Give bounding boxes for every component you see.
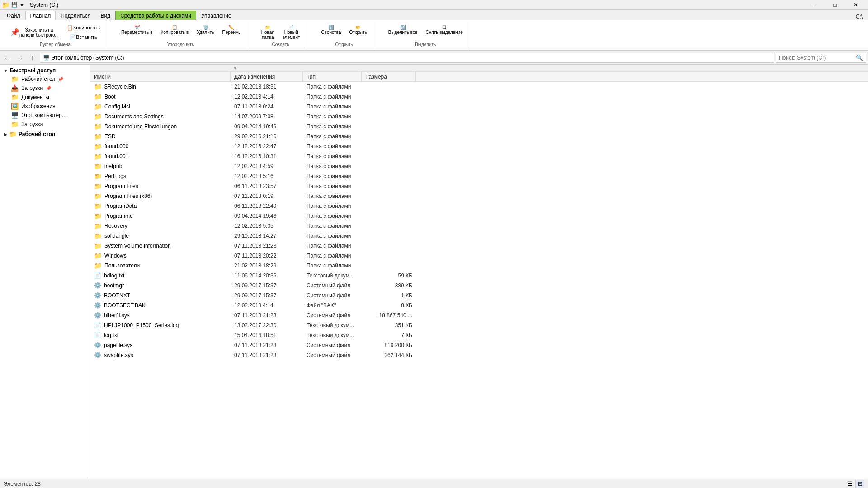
folder-downloads-icon: 📥 bbox=[11, 84, 19, 92]
file-name-cell: 📁 Config.Msi bbox=[90, 103, 231, 110]
file-size-cell: 59 КБ bbox=[362, 272, 416, 279]
new-item-button[interactable]: 📄Новыйэлемент bbox=[279, 23, 303, 41]
folder-icon: 📁 bbox=[94, 153, 102, 160]
minimize-button[interactable]: − bbox=[804, 0, 825, 10]
tab-manage2[interactable]: Управление bbox=[196, 11, 236, 20]
table-row[interactable]: 📁 ESD 29.02.2016 21:16 Папка с файлами bbox=[90, 131, 868, 141]
select-none-button[interactable]: ☐Снять выделение bbox=[422, 23, 466, 36]
file-name-cell: ⚙️ BOOTNXT bbox=[90, 292, 231, 299]
table-row[interactable]: 📁 ProgramData 06.11.2018 22:49 Папка с ф… bbox=[90, 201, 868, 211]
sidebar-item-desktop-label: Рабочий стол bbox=[21, 76, 55, 82]
col-header-date[interactable]: Дата изменения bbox=[231, 72, 303, 81]
file-name-cell: ⚙️ bootmgr bbox=[90, 282, 231, 289]
sidebar-item-desktop[interactable]: 📁 Рабочий стол 📌 bbox=[0, 75, 90, 84]
sidebar-item-documents[interactable]: 📁 Документы bbox=[0, 93, 90, 102]
select-all-button[interactable]: ☑️Выделить все bbox=[385, 23, 421, 36]
sidebar-item-images[interactable]: 🖼️ Изображения bbox=[0, 102, 90, 111]
file-type-cell: Файл "BAK" bbox=[303, 302, 362, 309]
ribbon-group-select-label: Выделить bbox=[415, 42, 436, 47]
table-row[interactable]: ⚙️ hiberfil.sys 07.11.2018 21:23 Системн… bbox=[90, 310, 868, 320]
file-name: BOOTSECT.BAK bbox=[104, 302, 146, 309]
table-row[interactable]: ⚙️ pagefile.sys 07.11.2018 21:23 Системн… bbox=[90, 340, 868, 350]
up-button[interactable]: ↑ bbox=[27, 52, 38, 63]
sidebar-quickaccess-header[interactable]: ▼ Быстрый доступ bbox=[0, 66, 90, 75]
table-row[interactable]: 📁 Program Files 06.11.2018 23:57 Папка с… bbox=[90, 181, 868, 191]
file-sys-icon: ⚙️ bbox=[94, 342, 101, 348]
file-name: log.txt bbox=[104, 332, 118, 338]
ribbon-group-open-label: Открыть bbox=[335, 42, 353, 47]
table-row[interactable]: 📄 bdlog.txt 11.06.2014 20:36 Текстовый д… bbox=[90, 271, 868, 281]
sidebar-item-computer[interactable]: 🖥️ Этот компьютер... bbox=[0, 111, 90, 120]
list-view-button[interactable]: ⊟ bbox=[855, 480, 864, 488]
tab-file[interactable]: Файл bbox=[2, 11, 25, 20]
properties-button[interactable]: ℹ️Свойства bbox=[318, 23, 344, 36]
search-input[interactable] bbox=[779, 55, 856, 61]
table-row[interactable]: 📁 Recovery 12.02.2018 5:35 Папка с файла… bbox=[90, 221, 868, 231]
details-view-button[interactable]: ☰ bbox=[845, 480, 854, 488]
file-name: HPLJP1000_P1500_Series.log bbox=[104, 322, 179, 328]
tab-manage[interactable]: Средства работы с дисками bbox=[115, 11, 196, 20]
table-row[interactable]: 📁 Пользователи 21.02.2018 18:29 Папка с … bbox=[90, 261, 868, 271]
paste-button[interactable]: 📄 Вставить bbox=[64, 33, 103, 42]
file-name-cell: 📁 ESD bbox=[90, 133, 231, 140]
table-row[interactable]: 📁 System Volume Information 07.11.2018 2… bbox=[90, 241, 868, 251]
ribbon-clipboard-buttons: 📌 Закрепить напанели быстрого... 📋 Копир… bbox=[7, 23, 103, 42]
maximize-button[interactable]: □ bbox=[825, 0, 845, 10]
path-computer[interactable]: 🖥️ Этот компьютер bbox=[43, 55, 92, 61]
sidebar-item-downloads[interactable]: 📥 Загрузки 📌 bbox=[0, 84, 90, 93]
sidebar-item-downloads2[interactable]: 📁 Загрузка bbox=[0, 120, 90, 129]
file-name-cell: 📁 Windows bbox=[90, 252, 231, 259]
delete-button[interactable]: 🗑️Удалить bbox=[193, 23, 217, 36]
col-header-size[interactable]: Размера bbox=[362, 72, 416, 81]
sidebar-desktop-header[interactable]: ▶ 📁 Рабочий стол bbox=[0, 130, 90, 139]
file-type-cell: Папка с файлами bbox=[303, 263, 362, 269]
table-row[interactable]: 📁 inetpub 12.02.2018 4:59 Папка с файлам… bbox=[90, 161, 868, 171]
folder-icon: 📁 bbox=[94, 232, 102, 239]
address-path[interactable]: 🖥️ Этот компьютер › System (C:) bbox=[40, 53, 774, 63]
table-row[interactable]: ⚙️ BOOTNXT 29.09.2017 15:37 Системный фа… bbox=[90, 291, 868, 300]
ribbon-group-select: ☑️Выделить все ☐Снять выделение Выделить bbox=[382, 22, 470, 49]
tab-home[interactable]: Главная bbox=[25, 11, 56, 20]
path-drive[interactable]: System (C:) bbox=[95, 55, 124, 61]
col-header-type[interactable]: Тип bbox=[303, 72, 362, 81]
open-button[interactable]: 📂Открыть bbox=[346, 23, 370, 36]
chevron-down-icon: ▼ bbox=[4, 68, 8, 73]
file-name-cell: 📁 Documents and Settings bbox=[90, 113, 231, 120]
move-button[interactable]: ✂️Переместить в bbox=[118, 23, 156, 36]
file-name: solidangle bbox=[104, 233, 129, 239]
table-row[interactable]: 📁 Documents and Settings 14.07.2009 7:08… bbox=[90, 112, 868, 122]
table-row[interactable]: ⚙️ swapfile.sys 07.11.2018 21:23 Системн… bbox=[90, 350, 868, 360]
copy-button[interactable]: 📋 Копировать bbox=[64, 23, 103, 32]
file-name-cell: 📁 Program Files bbox=[90, 183, 231, 190]
copy-to-button[interactable]: 📋Копировать в bbox=[157, 23, 192, 36]
table-row[interactable]: 📁 Windows 07.11.2018 20:22 Папка с файла… bbox=[90, 251, 868, 261]
table-row[interactable]: 📁 $Recycle.Bin 21.02.2018 18:31 Папка с … bbox=[90, 82, 868, 92]
file-sys-icon: ⚙️ bbox=[94, 282, 101, 289]
new-folder-button[interactable]: 📁Новаяпапка bbox=[258, 23, 278, 41]
rename-button[interactable]: ✏️Переим. bbox=[219, 23, 243, 36]
folder-icon: 📁 bbox=[94, 202, 102, 210]
table-row[interactable]: 📁 Config.Msi 07.11.2018 0:24 Папка с фай… bbox=[90, 102, 868, 112]
table-row[interactable]: 📁 PerfLogs 12.02.2018 5:16 Папка с файла… bbox=[90, 171, 868, 181]
table-row[interactable]: 📄 log.txt 15.04.2014 18:51 Текстовый док… bbox=[90, 330, 868, 340]
pin-to-quick-access-button[interactable]: 📌 Закрепить напанели быстрого... bbox=[7, 26, 62, 39]
table-row[interactable]: 📁 Boot 12.02.2018 4:14 Папка с файлами bbox=[90, 92, 868, 102]
table-row[interactable]: ⚙️ BOOTSECT.BAK 12.02.2018 4:14 Файл "BA… bbox=[90, 300, 868, 310]
table-row[interactable]: 📁 Program Files (x86) 07.11.2018 0:19 Па… bbox=[90, 191, 868, 201]
back-button[interactable]: ← bbox=[2, 52, 13, 63]
table-row[interactable]: 📁 found.001 16.12.2016 10:31 Папка с фай… bbox=[90, 151, 868, 161]
tab-share[interactable]: Поделиться bbox=[56, 11, 95, 20]
table-row[interactable]: 📄 HPLJP1000_P1500_Series.log 13.02.2017 … bbox=[90, 320, 868, 330]
search-box[interactable]: 🔍 bbox=[776, 53, 866, 63]
main-layout: ▼ Быстрый доступ 📁 Рабочий стол 📌 📥 Загр… bbox=[0, 65, 868, 479]
forward-button[interactable]: → bbox=[14, 52, 25, 63]
close-button[interactable]: ✕ bbox=[845, 0, 866, 10]
table-row[interactable]: ⚙️ bootmgr 29.09.2017 15:37 Системный фа… bbox=[90, 281, 868, 291]
table-row[interactable]: 📁 found.000 12.12.2016 22:47 Папка с фай… bbox=[90, 141, 868, 151]
table-row[interactable]: 📁 solidangle 29.10.2018 14:27 Папка с фа… bbox=[90, 231, 868, 241]
table-row[interactable]: 📁 Dokumente und Einstellungen 09.04.2014… bbox=[90, 122, 868, 131]
col-header-name[interactable]: Имени bbox=[90, 72, 231, 81]
file-sys-icon: ⚙️ bbox=[94, 292, 101, 299]
tab-view[interactable]: Вид bbox=[95, 11, 115, 20]
table-row[interactable]: 📁 Programme 09.04.2014 19:46 Папка с фай… bbox=[90, 211, 868, 221]
